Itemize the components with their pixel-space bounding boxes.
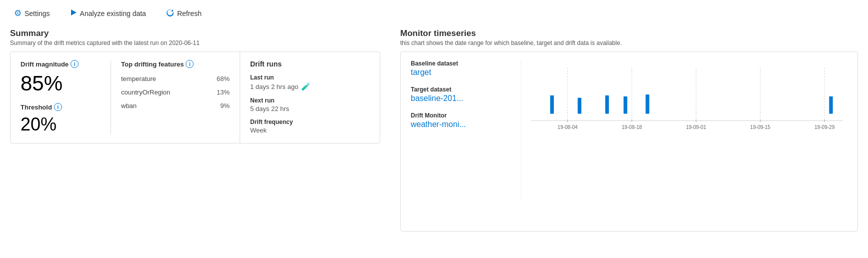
top-features-info-icon[interactable]: i bbox=[186, 60, 194, 68]
list-item: countryOrRegion 13% bbox=[121, 86, 230, 99]
drift-magnitude-info-icon[interactable]: i bbox=[71, 60, 79, 68]
settings-label: Settings bbox=[25, 10, 50, 18]
svg-rect-11 bbox=[829, 96, 832, 114]
refresh-button[interactable]: Refresh bbox=[162, 6, 206, 20]
timeline-svg: 19-08-04 19-08-18 19-09-01 19-09-15 19-0… bbox=[526, 60, 847, 140]
drift-frequency-value: Week bbox=[250, 126, 370, 134]
gear-icon: ⚙ bbox=[14, 8, 22, 18]
drift-frequency-label: Drift frequency bbox=[250, 118, 370, 126]
baseline-dataset-label: Baseline dataset bbox=[411, 60, 511, 67]
svg-rect-6 bbox=[550, 96, 554, 114]
baseline-dataset-group: Baseline dataset target bbox=[411, 60, 511, 77]
right-panel: Monitor timeseries this chart shows the … bbox=[400, 28, 858, 232]
feature-list: temperature 68% countryOrRegion 13% wban… bbox=[121, 72, 230, 112]
drift-magnitude-section: Drift magnitude i 85% Threshold i 20% bbox=[21, 60, 101, 135]
drift-monitor-group: Drift Monitor weather-moni... bbox=[411, 112, 511, 129]
threshold-info-icon[interactable]: i bbox=[54, 103, 62, 111]
target-dataset-label: Target dataset bbox=[411, 86, 511, 93]
svg-text:19-08-18: 19-08-18 bbox=[622, 124, 642, 130]
threshold-value: 20% bbox=[21, 114, 101, 135]
top-features-section: Top drifting features i temperature 68% … bbox=[111, 60, 230, 135]
svg-text:19-09-29: 19-09-29 bbox=[814, 124, 835, 130]
threshold-label: Threshold i bbox=[21, 103, 101, 111]
list-item: wban 9% bbox=[121, 99, 230, 112]
target-dataset-group: Target dataset baseline-201... bbox=[411, 86, 511, 103]
refresh-icon bbox=[166, 8, 174, 18]
refresh-label: Refresh bbox=[177, 10, 202, 18]
svg-rect-10 bbox=[645, 94, 649, 114]
play-icon bbox=[70, 9, 77, 18]
monitor-subtitle: this chart shows the date range for whic… bbox=[400, 40, 858, 46]
drift-magnitude-value: 85% bbox=[21, 72, 101, 95]
list-item: temperature 68% bbox=[121, 72, 230, 86]
next-run-label: Next run bbox=[250, 97, 370, 104]
drift-monitor-label: Drift Monitor bbox=[411, 112, 511, 119]
svg-marker-0 bbox=[71, 10, 77, 16]
drift-magnitude-label: Drift magnitude i bbox=[21, 60, 101, 68]
target-dataset-link[interactable]: baseline-201... bbox=[411, 94, 511, 103]
baseline-dataset-link[interactable]: target bbox=[411, 68, 511, 77]
top-features-label: Top drifting features i bbox=[121, 60, 230, 68]
svg-rect-8 bbox=[605, 96, 609, 114]
last-run-value: 1 days 2 hrs ago 🧪 bbox=[250, 82, 370, 91]
analyze-button[interactable]: Analyze existing data bbox=[66, 7, 150, 20]
main-content: Summary Summary of the drift metrics cap… bbox=[10, 28, 858, 232]
drift-runs-card: Drift runs Last run 1 days 2 hrs ago 🧪 N… bbox=[240, 52, 380, 144]
svg-text:19-09-01: 19-09-01 bbox=[686, 124, 706, 130]
last-run-label: Last run bbox=[250, 74, 370, 81]
analyze-label: Analyze existing data bbox=[80, 10, 146, 18]
card-inner: Drift magnitude i 85% Threshold i 20% bbox=[21, 60, 230, 135]
svg-rect-9 bbox=[623, 96, 627, 114]
next-run-value: 5 days 22 hrs bbox=[250, 105, 370, 112]
svg-text:19-08-04: 19-08-04 bbox=[557, 124, 578, 130]
summary-title: Summary bbox=[10, 28, 390, 38]
summary-card: Drift magnitude i 85% Threshold i 20% bbox=[10, 52, 240, 144]
svg-rect-7 bbox=[578, 98, 581, 114]
monitor-card: Baseline dataset target Target dataset b… bbox=[400, 52, 858, 232]
monitor-title: Monitor timeseries bbox=[400, 28, 858, 38]
toolbar: ⚙ Settings Analyze existing data Refresh bbox=[10, 6, 858, 20]
drift-monitor-link[interactable]: weather-moni... bbox=[411, 120, 511, 129]
cards-row: Drift magnitude i 85% Threshold i 20% bbox=[10, 52, 390, 144]
monitor-labels: Baseline dataset target Target dataset b… bbox=[411, 60, 521, 200]
summary-subtitle: Summary of the drift metrics captured wi… bbox=[10, 40, 390, 46]
monitor-inner: Baseline dataset target Target dataset b… bbox=[411, 60, 847, 200]
drift-runs-title: Drift runs bbox=[250, 60, 370, 68]
settings-button[interactable]: ⚙ Settings bbox=[10, 6, 54, 20]
left-panel: Summary Summary of the drift metrics cap… bbox=[10, 28, 390, 232]
monitor-chart: 19-08-04 19-08-18 19-09-01 19-09-15 19-0… bbox=[521, 60, 847, 200]
flask-icon: 🧪 bbox=[301, 82, 311, 91]
svg-text:19-09-15: 19-09-15 bbox=[750, 124, 771, 130]
